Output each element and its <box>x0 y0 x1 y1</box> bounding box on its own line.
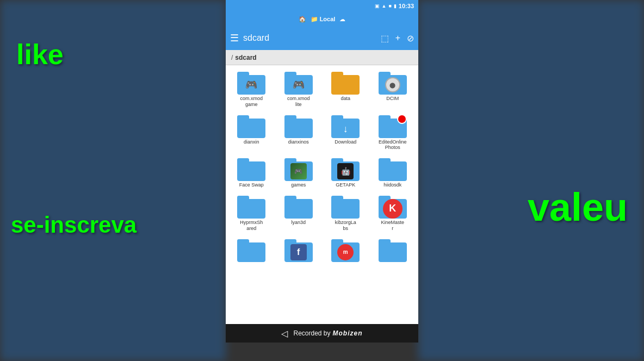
folder-dianxinos[interactable]: dianxinos <box>275 111 323 154</box>
folder-label: games <box>291 182 306 188</box>
folder-unknown-2[interactable] <box>369 235 417 266</box>
folder-label: KineMaster <box>381 220 404 232</box>
folder-facebook[interactable]: f <box>275 235 323 266</box>
folder-getapk[interactable]: 🤖 GETAPK <box>322 154 369 191</box>
camera-icon: ⬤ <box>385 77 400 92</box>
recorder-bar: ◁ Recorded by Mobizen <box>226 324 418 343</box>
mobizen-icon: m <box>337 244 354 260</box>
folder-label: EditedOnlinePhotos <box>379 139 407 151</box>
folder-label: GETAPK <box>336 182 355 188</box>
nav-home[interactable]: 🏠 <box>299 16 306 23</box>
folder-lyan3d[interactable]: lyan3d <box>275 191 323 235</box>
folder-edited-online-photos[interactable]: EditedOnlinePhotos <box>369 111 417 154</box>
nav-local[interactable]: 📁 Local <box>311 16 336 23</box>
overlay-valeu: valeu <box>528 185 628 229</box>
wifi-icon: ▲ <box>382 3 387 9</box>
folder-games[interactable]: 🎮 games <box>275 154 323 191</box>
folder-label: dianxin <box>244 139 259 145</box>
android-icon: 🤖 <box>337 163 354 179</box>
kinemaster-icon: K <box>383 199 403 219</box>
folder-label: HyprmxShared <box>240 220 263 232</box>
phone-screen: ▣ ▲ ■ ▮ 10:33 🏠 📁 Local ☁ ☰ sdcard ⬚ + ⊘… <box>226 0 418 343</box>
folder-label: hiidosdk <box>383 182 401 188</box>
file-grid: 🎮 com.xmodgame 🎮 com.xmodlite data <box>226 65 418 324</box>
add-icon[interactable]: + <box>395 33 400 43</box>
game-icon: 🎮 <box>290 163 307 179</box>
overlay-like: like <box>16 38 64 71</box>
red-badge <box>397 114 407 124</box>
folder-hyprmxshared[interactable]: HyprmxShared <box>228 191 275 235</box>
status-time: 10:33 <box>399 3 414 9</box>
recorder-brand: Mobizen <box>333 329 363 337</box>
folder-dcim[interactable]: ⬤ DCIM <box>369 67 417 111</box>
folder-hiidosdk[interactable]: hiidosdk <box>369 154 417 191</box>
breadcrumb-separator: / <box>231 54 233 61</box>
view-icon[interactable]: ⬚ <box>381 33 389 43</box>
breadcrumb-path: sdcard <box>235 54 256 61</box>
folder-kinemaster[interactable]: K KineMaster <box>369 191 417 235</box>
app-bar-icons: ⬚ + ⊘ <box>381 33 414 43</box>
folder-download[interactable]: ↓ Download <box>322 111 369 154</box>
facebook-icon: f <box>290 244 307 260</box>
folder-unknown-1[interactable] <box>228 235 275 266</box>
folder-face-swap[interactable]: Face Swap <box>228 154 275 191</box>
folder-label: Download <box>335 139 356 145</box>
status-bar: ▣ ▲ ■ ▮ 10:33 <box>226 0 418 12</box>
recorder-label: Recorded by Mobizen <box>293 329 362 337</box>
cast-icon: ▣ <box>375 3 380 9</box>
folder-label: lyan3d <box>291 220 306 226</box>
folder-dianxin[interactable]: dianxin <box>228 111 275 154</box>
bg-right <box>418 0 644 361</box>
folder-label: Face Swap <box>239 182 264 188</box>
overlay-se-inscreva: se-inscreva <box>11 212 137 238</box>
folder-com-xmod-lite[interactable]: 🎮 com.xmodlite <box>275 67 323 111</box>
folder-label: data <box>340 96 350 102</box>
back-button[interactable]: ◁ <box>281 328 288 339</box>
folder-label: kibzorgLabs <box>335 220 356 232</box>
folder-label: DCIM <box>386 96 399 102</box>
app-title: sdcard <box>243 33 376 43</box>
breadcrumb: / sdcard <box>226 50 418 65</box>
nav-bar-top[interactable]: 🏠 📁 Local ☁ <box>226 12 418 26</box>
folder-label: dianxinos <box>288 139 309 145</box>
menu-icon[interactable]: ☰ <box>230 32 239 44</box>
folder-icon-sm: 📁 <box>311 16 318 23</box>
block-icon[interactable]: ⊘ <box>407 33 414 43</box>
signal-icon: ■ <box>388 3 391 9</box>
app-bar: ☰ sdcard ⬚ + ⊘ <box>226 26 418 50</box>
folder-label: com.xmodgame <box>240 96 263 108</box>
folder-com-xmod-game[interactable]: 🎮 com.xmodgame <box>228 67 275 111</box>
folder-kibzorglabs[interactable]: kibzorgLabs <box>322 191 369 235</box>
nav-cloud[interactable]: ☁ <box>339 16 345 23</box>
battery-icon: ▮ <box>394 3 397 9</box>
folder-mobizen[interactable]: m <box>322 235 369 266</box>
folder-data[interactable]: data <box>322 67 369 111</box>
folder-label: com.xmodlite <box>287 96 310 108</box>
download-arrow-icon: ↓ <box>343 123 348 135</box>
